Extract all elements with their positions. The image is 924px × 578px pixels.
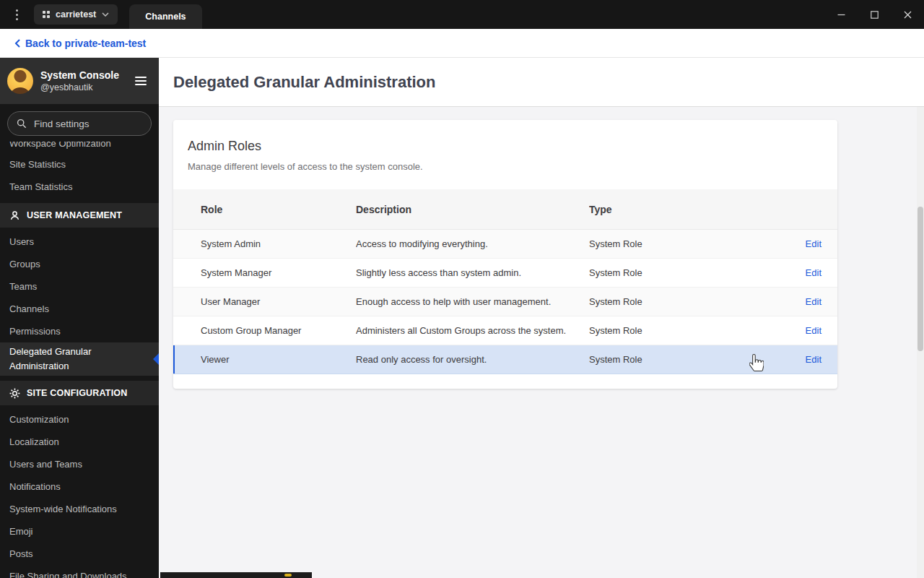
edit-link[interactable]: Edit bbox=[806, 238, 821, 249]
chevron-left-icon bbox=[14, 39, 20, 48]
sidebar-item-delegated-granular-administration[interactable]: Delegated Granular Administration bbox=[0, 342, 159, 376]
tab-channels[interactable]: Channels bbox=[129, 4, 201, 29]
back-bar: Back to private-team-test bbox=[0, 29, 924, 58]
table-header-row: Role Description Type bbox=[173, 189, 837, 230]
column-type: Type bbox=[589, 204, 778, 215]
type-cell: System Role bbox=[589, 325, 778, 336]
console-title: System Console bbox=[40, 69, 126, 82]
close-icon bbox=[904, 11, 912, 19]
search-icon bbox=[17, 118, 27, 129]
chevron-down-icon bbox=[102, 12, 109, 17]
sidebar-nav: Workspace Optimization Site Statistics T… bbox=[0, 142, 159, 578]
column-description: Description bbox=[356, 204, 589, 215]
card-header: Admin Roles Manage different levels of a… bbox=[173, 120, 837, 189]
sidebar-item-teams[interactable]: Teams bbox=[0, 275, 159, 298]
table-row-system-admin: System Admin Access to modifying everyth… bbox=[173, 230, 837, 259]
console-username: @yesbhautik bbox=[40, 82, 126, 93]
back-link[interactable]: Back to private-team-test bbox=[14, 38, 146, 49]
background-artifact bbox=[160, 572, 312, 578]
search-pill[interactable] bbox=[7, 111, 152, 136]
description-cell: Slightly less access than system admin. bbox=[356, 267, 589, 278]
back-link-label: Back to private-team-test bbox=[25, 38, 146, 49]
type-cell: System Role bbox=[589, 267, 778, 278]
description-cell: Enough access to help with user manageme… bbox=[356, 296, 589, 307]
admin-roles-card: Admin Roles Manage different levels of a… bbox=[173, 120, 837, 389]
close-button[interactable] bbox=[891, 0, 924, 29]
section-user-management: USER MANAGEMENT bbox=[0, 203, 159, 228]
sidebar-item-posts[interactable]: Posts bbox=[0, 543, 159, 565]
table-row-custom-group-manager: Custom Group Manager Administers all Cus… bbox=[173, 316, 837, 345]
sidebar-item-emoji[interactable]: Emoji bbox=[0, 520, 159, 543]
grid-icon bbox=[43, 11, 50, 18]
search-input[interactable] bbox=[32, 118, 142, 130]
sidebar-item-notifications[interactable]: Notifications bbox=[0, 475, 159, 498]
sidebar-item-team-statistics[interactable]: Team Statistics bbox=[0, 176, 159, 198]
role-cell: Custom Group Manager bbox=[201, 325, 356, 336]
table-body: System Admin Access to modifying everyth… bbox=[173, 230, 837, 374]
edit-link[interactable]: Edit bbox=[806, 296, 821, 307]
avatar[interactable] bbox=[7, 68, 33, 94]
sidebar-header: System Console @yesbhautik bbox=[0, 58, 159, 104]
role-cell: User Manager bbox=[201, 296, 356, 307]
sidebar-titles: System Console @yesbhautik bbox=[40, 69, 126, 93]
sidebar-item-groups[interactable]: Groups bbox=[0, 253, 159, 275]
role-cell: System Admin bbox=[201, 238, 356, 249]
description-cell: Administers all Custom Groups across the… bbox=[356, 325, 589, 336]
page-content: Admin Roles Manage different levels of a… bbox=[159, 107, 924, 389]
sidebar-item-users-and-teams[interactable]: Users and Teams bbox=[0, 453, 159, 475]
maximize-button[interactable] bbox=[858, 0, 891, 29]
sidebar-item-users[interactable]: Users bbox=[0, 230, 159, 253]
main-panel: Delegated Granular Administration Admin … bbox=[159, 58, 924, 578]
edit-link[interactable]: Edit bbox=[806, 354, 821, 365]
type-cell: System Role bbox=[589, 354, 778, 365]
edit-link[interactable]: Edit bbox=[806, 325, 821, 336]
minimize-icon bbox=[837, 11, 845, 19]
type-cell: System Role bbox=[589, 238, 778, 249]
column-role: Role bbox=[201, 204, 356, 215]
users-icon bbox=[9, 210, 20, 221]
sidebar-item-customization[interactable]: Customization bbox=[0, 408, 159, 431]
page-title: Delegated Granular Administration bbox=[173, 73, 435, 92]
sidebar-search bbox=[0, 104, 159, 142]
card-title: Admin Roles bbox=[188, 139, 823, 154]
sidebar-item-system-wide-notifications[interactable]: System-wide Notifications bbox=[0, 498, 159, 520]
type-cell: System Role bbox=[589, 296, 778, 307]
window-controls bbox=[824, 0, 924, 29]
maximize-icon bbox=[871, 11, 879, 19]
section-label: USER MANAGEMENT bbox=[27, 210, 122, 220]
edit-link[interactable]: Edit bbox=[806, 267, 821, 278]
sidebar-item-file-sharing-and-downloads[interactable]: File Sharing and Downloads bbox=[0, 565, 159, 578]
section-label: SITE CONFIGURATION bbox=[27, 388, 127, 398]
sidebar-item-permissions[interactable]: Permissions bbox=[0, 320, 159, 342]
role-cell: System Manager bbox=[201, 267, 356, 278]
sidebar-item-localization[interactable]: Localization bbox=[0, 431, 159, 453]
server-name: carrietest bbox=[56, 9, 96, 20]
system-console-sidebar: System Console @yesbhautik Workspace Opt… bbox=[0, 58, 159, 578]
description-cell: Access to modifying everything. bbox=[356, 238, 589, 249]
server-selector-button[interactable]: carrietest bbox=[34, 4, 118, 25]
table-row-viewer: Viewer Read only access for oversight. S… bbox=[173, 345, 837, 374]
section-site-configuration: SITE CONFIGURATION bbox=[0, 381, 159, 405]
kebab-menu-icon[interactable] bbox=[13, 7, 21, 23]
role-cell: Viewer bbox=[201, 354, 356, 365]
table-row-system-manager: System Manager Slightly less access than… bbox=[173, 259, 837, 288]
card-description: Manage different levels of access to the… bbox=[188, 161, 823, 172]
gear-icon bbox=[9, 388, 20, 399]
scrolled-item-clip: Workspace Optimization bbox=[0, 142, 159, 153]
vertical-scrollbar[interactable] bbox=[917, 107, 924, 578]
description-cell: Read only access for oversight. bbox=[356, 354, 589, 365]
minimize-button[interactable] bbox=[824, 0, 858, 29]
sidebar-item-channels[interactable]: Channels bbox=[0, 298, 159, 320]
app-window: carrietest Channels Back to private-team… bbox=[0, 0, 924, 578]
sidebar-item-site-statistics[interactable]: Site Statistics bbox=[0, 153, 159, 176]
scrollbar-thumb[interactable] bbox=[918, 207, 923, 351]
table-row-user-manager: User Manager Enough access to help with … bbox=[173, 288, 837, 316]
titlebar: carrietest Channels bbox=[0, 0, 924, 29]
hamburger-icon[interactable] bbox=[133, 74, 149, 87]
page-header: Delegated Granular Administration bbox=[159, 58, 924, 107]
sidebar-item-workspace-optimization[interactable]: Workspace Optimization bbox=[0, 142, 159, 153]
